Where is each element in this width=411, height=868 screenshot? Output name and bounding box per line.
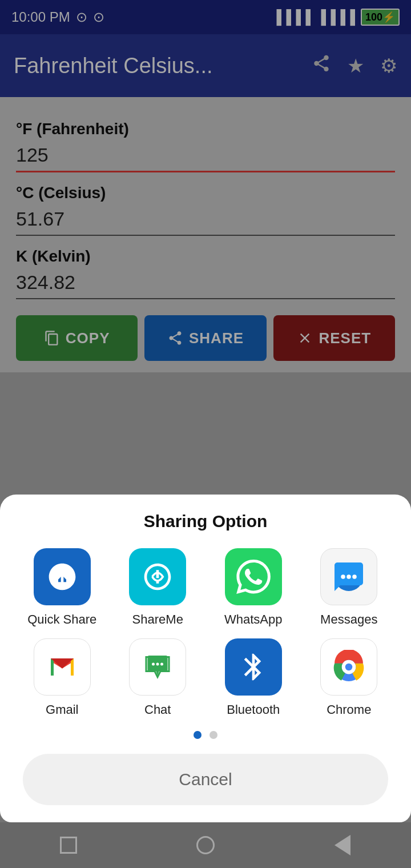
cancel-button[interactable]: Cancel <box>23 754 388 805</box>
whatsapp-label: WhatsApp <box>224 612 283 627</box>
dot-1 <box>194 731 202 739</box>
app-item-whatsapp[interactable]: WhatsApp <box>208 548 299 627</box>
messages-label: Messages <box>320 612 377 627</box>
chrome-icon <box>320 638 377 696</box>
bluetooth-icon <box>225 638 282 696</box>
pagination-dots <box>11 731 400 739</box>
chrome-label: Chrome <box>327 702 371 717</box>
app-item-shareme[interactable]: ShareMe <box>113 548 203 627</box>
gmail-icon <box>34 638 91 696</box>
svg-point-2 <box>347 574 352 579</box>
app-item-gmail[interactable]: Gmail <box>17 638 107 717</box>
app-item-chat[interactable]: Chat <box>113 638 203 717</box>
sheet-title: Sharing Option <box>11 512 400 531</box>
quickshare-label: Quick Share <box>27 612 96 627</box>
chat-icon <box>129 638 186 696</box>
dot-2 <box>209 731 217 739</box>
messages-icon <box>320 548 377 605</box>
svg-point-3 <box>353 574 357 579</box>
svg-point-11 <box>345 664 353 671</box>
whatsapp-icon <box>225 548 282 605</box>
chat-label: Chat <box>144 702 171 717</box>
shareme-icon <box>129 548 186 605</box>
app-item-chrome[interactable]: Chrome <box>304 638 394 717</box>
shareme-label: ShareMe <box>132 612 183 627</box>
svg-point-6 <box>156 663 159 666</box>
svg-point-7 <box>160 663 163 666</box>
quickshare-icon <box>34 548 91 605</box>
svg-point-5 <box>152 663 155 666</box>
bluetooth-label: Bluetooth <box>227 702 280 717</box>
sharing-sheet: Sharing Option Quick Share ShareMe <box>0 495 411 822</box>
app-item-quickshare[interactable]: Quick Share <box>17 548 107 627</box>
app-item-bluetooth[interactable]: Bluetooth <box>208 638 299 717</box>
app-item-messages[interactable]: Messages <box>304 548 394 627</box>
apps-grid: Quick Share ShareMe WhatsApp <box>11 548 400 717</box>
gmail-label: Gmail <box>46 702 78 717</box>
svg-point-1 <box>341 574 346 579</box>
